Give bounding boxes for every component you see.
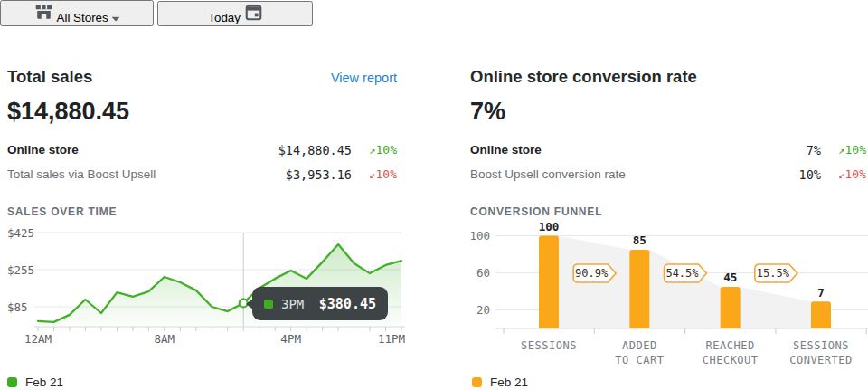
svg-text:SESSIONS: SESSIONS <box>521 339 577 352</box>
total-sales-value: $14,880.45 <box>7 98 397 126</box>
svg-text:11PM: 11PM <box>378 332 405 346</box>
sales-over-time-label: SALES OVER TIME <box>7 205 397 218</box>
svg-text:$255: $255 <box>7 263 34 277</box>
metric-row-value: $3,953.16 <box>286 167 352 182</box>
funnel-legend: Feb 21 <box>472 376 528 389</box>
tooltip-value: $380.45 <box>319 296 376 312</box>
sales-legend: Feb 21 <box>7 376 63 389</box>
metric-row-delta: ↗10% <box>821 143 866 157</box>
tooltip-time: 3PM <box>281 297 304 311</box>
legend-swatch-green <box>7 377 17 387</box>
svg-text:$425: $425 <box>7 227 34 240</box>
view-report-link[interactable]: View report <box>331 71 397 85</box>
svg-text:85: 85 <box>633 233 646 247</box>
metric-row: Total sales via Boost Upsell$3,953.16↙10… <box>7 162 397 186</box>
svg-text:CONVERTED: CONVERTED <box>789 354 853 366</box>
svg-text:TO CART: TO CART <box>615 354 664 366</box>
metric-row-label: Online store <box>470 143 807 157</box>
svg-text:100: 100 <box>470 229 490 243</box>
svg-text:12AM: 12AM <box>24 332 52 346</box>
metric-row-label: Total sales via Boost Upsell <box>7 167 286 181</box>
conversion-rate-breakdown: Online store7%↗10%Boost Upsell conversio… <box>470 138 866 186</box>
store-filter-button[interactable]: All Stores <box>0 0 154 26</box>
total-sales-header: Total sales View report <box>7 67 397 89</box>
metric-row: Online store7%↗10% <box>470 138 866 162</box>
svg-text:15.5%: 15.5% <box>757 267 790 280</box>
arrow-down-left-icon: ↙ <box>369 168 375 181</box>
conversion-rate-card: Online store conversion rate 7% Online s… <box>470 67 866 377</box>
conversion-rate-value: 7% <box>470 98 866 126</box>
conversion-funnel-label: CONVERSION FUNNEL <box>470 205 866 218</box>
storefront-icon <box>33 2 54 22</box>
metric-row-label: Boost Upsell conversion rate <box>470 167 799 181</box>
chevron-down-icon <box>111 16 120 22</box>
svg-text:4PM: 4PM <box>280 332 301 346</box>
total-sales-breakdown: Online store$14,880.45↗10%Total sales vi… <box>7 138 397 186</box>
svg-text:CHECKOUT: CHECKOUT <box>703 354 759 366</box>
svg-text:60: 60 <box>476 266 490 280</box>
conversion-rate-header: Online store conversion rate <box>470 67 866 89</box>
metric-row-delta: ↙10% <box>821 167 866 181</box>
arrow-up-right-icon: ↗ <box>838 144 844 157</box>
analytics-dashboard: All Stores Today Total sales View report… <box>0 0 868 390</box>
total-sales-card: Total sales View report $14,880.45 Onlin… <box>7 67 397 354</box>
svg-text:8AM: 8AM <box>155 332 175 346</box>
store-filter-label: All Stores <box>57 11 108 24</box>
svg-text:20: 20 <box>476 303 490 317</box>
svg-text:ADDED: ADDED <box>622 339 657 352</box>
sales-legend-label: Feb 21 <box>25 376 63 389</box>
metric-row-delta: ↗10% <box>352 143 397 157</box>
svg-text:SESSIONS: SESSIONS <box>793 339 849 352</box>
tooltip-series-swatch <box>264 300 273 309</box>
conversion-rate-title: Online store conversion rate <box>470 67 697 87</box>
date-filter-label: Today <box>208 11 241 24</box>
date-filter-button[interactable]: Today <box>157 1 313 26</box>
calendar-icon <box>244 3 263 22</box>
conversion-funnel-svg: 20601001008545790.9%54.5%15.5%SESSIONSAD… <box>470 218 868 370</box>
metric-row: Online store$14,880.45↗10% <box>7 138 397 162</box>
svg-text:45: 45 <box>723 271 737 284</box>
metric-row-delta: ↙10% <box>352 167 397 181</box>
metric-row: Boost Upsell conversion rate10%↙10% <box>470 162 866 186</box>
chart-tooltip: 3PM $380.45 <box>252 287 388 320</box>
arrow-up-right-icon: ↗ <box>369 144 375 157</box>
total-sales-title: Total sales <box>7 67 92 87</box>
svg-text:54.5%: 54.5% <box>665 267 699 280</box>
svg-text:90.9%: 90.9% <box>575 267 609 280</box>
metric-row-value: 10% <box>799 167 821 182</box>
metric-row-label: Online store <box>7 143 278 157</box>
metric-row-value: 7% <box>807 143 821 157</box>
sales-over-time-chart[interactable]: $85$255$42512AM8AM4PM11PM 3PM $380.45 <box>7 227 397 354</box>
svg-text:REACHED: REACHED <box>706 339 755 352</box>
svg-text:100: 100 <box>539 220 560 233</box>
metric-row-value: $14,880.45 <box>278 143 352 157</box>
svg-text:7: 7 <box>817 286 825 300</box>
legend-swatch-orange <box>472 377 482 387</box>
arrow-down-left-icon: ↙ <box>838 168 844 181</box>
svg-text:$85: $85 <box>7 300 28 314</box>
conversion-funnel-chart[interactable]: 20601001008545790.9%54.5%15.5%SESSIONSAD… <box>470 218 866 377</box>
funnel-legend-label: Feb 21 <box>490 376 528 389</box>
